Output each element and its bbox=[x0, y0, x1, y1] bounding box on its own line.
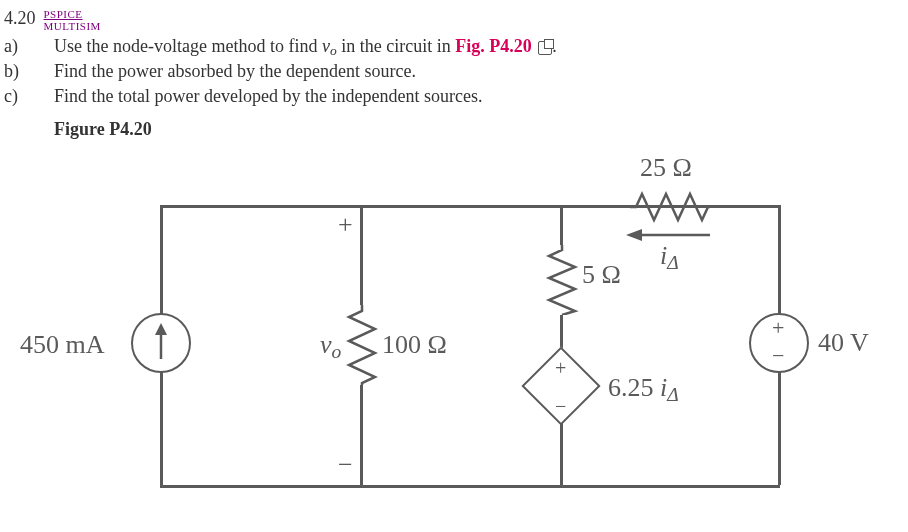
wire-isrc-top bbox=[160, 205, 163, 315]
resistor-100 bbox=[345, 305, 379, 385]
q-a-text: Use the node-voltage method to find vo i… bbox=[54, 36, 557, 57]
wire-r100-top bbox=[360, 205, 363, 305]
figure-link[interactable]: Fig. P4.20 bbox=[455, 36, 532, 56]
vo-minus: − bbox=[338, 450, 353, 480]
question-list: a) Use the node-voltage method to find v… bbox=[0, 34, 908, 115]
circuit-diagram: 450 mA 100 Ω + vo − 5 Ω + − 6.25 iΔ 25 Ω… bbox=[60, 145, 860, 515]
q-b-label: b) bbox=[4, 61, 54, 82]
vo-plus: + bbox=[338, 210, 353, 240]
vdep-value: 6.25 iΔ bbox=[608, 373, 679, 403]
svg-marker-1 bbox=[155, 323, 167, 335]
question-b: b) Find the power absorbed by the depend… bbox=[4, 61, 904, 82]
q-a-label: a) bbox=[4, 36, 54, 57]
wire-r100-bottom bbox=[360, 385, 363, 485]
question-c: c) Find the total power developed by the… bbox=[4, 86, 904, 107]
vdep-plus: + bbox=[555, 357, 566, 380]
resistor-5 bbox=[545, 245, 579, 315]
figure-title: Figure P4.20 bbox=[0, 119, 908, 140]
q-c-text: Find the total power developed by the in… bbox=[54, 86, 482, 107]
vo-label: vo bbox=[320, 330, 341, 360]
popup-icon[interactable] bbox=[538, 41, 552, 55]
r5-value: 5 Ω bbox=[582, 260, 621, 290]
pspice-label: PSPICE bbox=[44, 8, 101, 20]
r25-value: 25 Ω bbox=[640, 153, 692, 183]
q-c-label: c) bbox=[4, 86, 54, 107]
vsrc-value: 40 V bbox=[818, 328, 869, 358]
wire-r25-right bbox=[710, 205, 780, 208]
wire-vsrc-top bbox=[778, 205, 781, 315]
current-source bbox=[131, 313, 191, 373]
idelta-label: iΔ bbox=[660, 241, 679, 271]
wire-isrc-bottom bbox=[160, 370, 163, 485]
r100-value: 100 Ω bbox=[382, 330, 447, 360]
sim-labels: PSPICE MULTISIM bbox=[44, 8, 101, 32]
vsrc-plus: + bbox=[772, 315, 784, 341]
svg-marker-3 bbox=[626, 229, 642, 241]
wire-vsrc-bottom bbox=[778, 371, 781, 485]
wire-bottom bbox=[160, 485, 780, 488]
multisim-label: MULTISIM bbox=[44, 20, 101, 32]
wire-r5-top bbox=[560, 205, 563, 245]
vsrc-minus: − bbox=[772, 343, 784, 369]
q-b-text: Find the power absorbed by the dependent… bbox=[54, 61, 416, 82]
isrc-value: 450 mA bbox=[20, 330, 105, 360]
wire-dep-bottom bbox=[560, 423, 563, 485]
resistor-25 bbox=[630, 190, 710, 224]
problem-number: 4.20 bbox=[4, 8, 36, 29]
vdep-minus: − bbox=[555, 395, 566, 418]
wire-r25-left bbox=[560, 205, 630, 208]
question-a: a) Use the node-voltage method to find v… bbox=[4, 36, 904, 57]
